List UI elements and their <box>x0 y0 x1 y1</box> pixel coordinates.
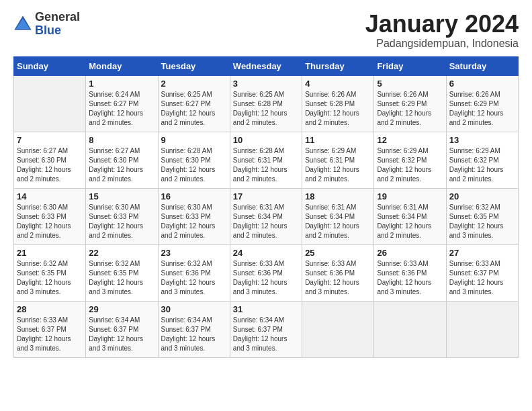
header: General Blue January 2024 Padangsidempua… <box>13 11 519 50</box>
calendar-cell <box>374 301 446 357</box>
day-number: 23 <box>161 248 227 258</box>
day-header-friday: Friday <box>374 56 446 75</box>
day-info: Sunrise: 6:27 AM Sunset: 6:30 PM Dayligh… <box>17 146 83 184</box>
calendar-cell: 5Sunrise: 6:26 AM Sunset: 6:29 PM Daylig… <box>374 75 446 132</box>
day-info: Sunrise: 6:33 AM Sunset: 6:36 PM Dayligh… <box>305 259 371 297</box>
day-info: Sunrise: 6:24 AM Sunset: 6:27 PM Dayligh… <box>89 90 154 128</box>
day-info: Sunrise: 6:33 AM Sunset: 6:36 PM Dayligh… <box>233 259 299 297</box>
day-info: Sunrise: 6:29 AM Sunset: 6:31 PM Dayligh… <box>305 146 371 184</box>
day-number: 27 <box>449 248 515 258</box>
calendar-cell: 8Sunrise: 6:27 AM Sunset: 6:30 PM Daylig… <box>86 132 158 188</box>
day-number: 12 <box>377 135 443 145</box>
calendar-cell: 4Sunrise: 6:26 AM Sunset: 6:28 PM Daylig… <box>302 75 374 132</box>
day-number: 17 <box>233 191 299 201</box>
day-info: Sunrise: 6:30 AM Sunset: 6:33 PM Dayligh… <box>17 203 83 240</box>
day-number: 26 <box>377 248 443 258</box>
calendar-cell: 28Sunrise: 6:33 AM Sunset: 6:37 PM Dayli… <box>14 301 86 357</box>
day-header-sunday: Sunday <box>14 56 86 75</box>
day-info: Sunrise: 6:31 AM Sunset: 6:34 PM Dayligh… <box>305 203 371 240</box>
calendar-cell: 9Sunrise: 6:28 AM Sunset: 6:30 PM Daylig… <box>158 132 230 188</box>
day-info: Sunrise: 6:32 AM Sunset: 6:35 PM Dayligh… <box>17 259 83 297</box>
logo-blue-text: Blue <box>35 24 80 38</box>
calendar-cell <box>446 301 518 357</box>
day-number: 24 <box>233 248 299 258</box>
day-header-saturday: Saturday <box>446 56 518 75</box>
calendar-cell: 11Sunrise: 6:29 AM Sunset: 6:31 PM Dayli… <box>302 132 374 188</box>
day-number: 15 <box>89 191 154 201</box>
day-info: Sunrise: 6:30 AM Sunset: 6:33 PM Dayligh… <box>161 203 227 240</box>
day-number: 22 <box>89 248 154 258</box>
day-info: Sunrise: 6:34 AM Sunset: 6:37 PM Dayligh… <box>161 316 227 353</box>
days-header-row: SundayMondayTuesdayWednesdayThursdayFrid… <box>14 56 519 75</box>
day-number: 1 <box>89 79 154 89</box>
calendar-cell: 13Sunrise: 6:29 AM Sunset: 6:32 PM Dayli… <box>446 132 518 188</box>
calendar-cell: 24Sunrise: 6:33 AM Sunset: 6:36 PM Dayli… <box>230 244 302 301</box>
subtitle: Padangsidempuan, Indonesia <box>365 38 519 50</box>
calendar-cell: 15Sunrise: 6:30 AM Sunset: 6:33 PM Dayli… <box>86 188 158 244</box>
day-number: 7 <box>17 135 83 145</box>
calendar-cell: 7Sunrise: 6:27 AM Sunset: 6:30 PM Daylig… <box>14 132 86 188</box>
day-info: Sunrise: 6:26 AM Sunset: 6:29 PM Dayligh… <box>377 90 443 128</box>
calendar-cell: 1Sunrise: 6:24 AM Sunset: 6:27 PM Daylig… <box>86 75 158 132</box>
calendar-cell: 10Sunrise: 6:28 AM Sunset: 6:31 PM Dayli… <box>230 132 302 188</box>
day-number: 30 <box>161 304 227 314</box>
day-header-thursday: Thursday <box>302 56 374 75</box>
day-number: 3 <box>233 79 299 89</box>
day-info: Sunrise: 6:33 AM Sunset: 6:37 PM Dayligh… <box>17 316 83 353</box>
calendar-cell: 14Sunrise: 6:30 AM Sunset: 6:33 PM Dayli… <box>14 188 86 244</box>
week-row-5: 28Sunrise: 6:33 AM Sunset: 6:37 PM Dayli… <box>14 301 519 357</box>
calendar-cell: 18Sunrise: 6:31 AM Sunset: 6:34 PM Dayli… <box>302 188 374 244</box>
day-info: Sunrise: 6:26 AM Sunset: 6:28 PM Dayligh… <box>305 90 371 128</box>
day-number: 31 <box>233 304 299 314</box>
calendar-cell: 20Sunrise: 6:32 AM Sunset: 6:35 PM Dayli… <box>446 188 518 244</box>
calendar-cell: 22Sunrise: 6:32 AM Sunset: 6:35 PM Dayli… <box>86 244 158 301</box>
day-number: 20 <box>449 191 515 201</box>
calendar-cell: 27Sunrise: 6:33 AM Sunset: 6:37 PM Dayli… <box>446 244 518 301</box>
week-row-2: 7Sunrise: 6:27 AM Sunset: 6:30 PM Daylig… <box>14 132 519 188</box>
day-number: 25 <box>305 248 371 258</box>
week-row-4: 21Sunrise: 6:32 AM Sunset: 6:35 PM Dayli… <box>14 244 519 301</box>
calendar-cell <box>14 75 86 132</box>
calendar-cell: 29Sunrise: 6:34 AM Sunset: 6:37 PM Dayli… <box>86 301 158 357</box>
logo-icon <box>13 15 32 34</box>
calendar-cell: 31Sunrise: 6:34 AM Sunset: 6:37 PM Dayli… <box>230 301 302 357</box>
day-info: Sunrise: 6:27 AM Sunset: 6:30 PM Dayligh… <box>89 146 154 184</box>
calendar-cell: 2Sunrise: 6:25 AM Sunset: 6:27 PM Daylig… <box>158 75 230 132</box>
calendar-cell: 6Sunrise: 6:26 AM Sunset: 6:29 PM Daylig… <box>446 75 518 132</box>
day-number: 5 <box>377 79 443 89</box>
day-header-monday: Monday <box>86 56 158 75</box>
day-number: 19 <box>377 191 443 201</box>
day-header-tuesday: Tuesday <box>158 56 230 75</box>
day-info: Sunrise: 6:31 AM Sunset: 6:34 PM Dayligh… <box>377 203 443 240</box>
day-number: 9 <box>161 135 227 145</box>
day-info: Sunrise: 6:25 AM Sunset: 6:28 PM Dayligh… <box>233 90 299 128</box>
day-number: 10 <box>233 135 299 145</box>
logo-general-text: General <box>35 11 80 24</box>
week-row-3: 14Sunrise: 6:30 AM Sunset: 6:33 PM Dayli… <box>14 188 519 244</box>
calendar-cell: 19Sunrise: 6:31 AM Sunset: 6:34 PM Dayli… <box>374 188 446 244</box>
day-info: Sunrise: 6:28 AM Sunset: 6:30 PM Dayligh… <box>161 146 227 184</box>
day-header-wednesday: Wednesday <box>230 56 302 75</box>
calendar-table: SundayMondayTuesdayWednesdayThursdayFrid… <box>13 56 519 358</box>
day-info: Sunrise: 6:29 AM Sunset: 6:32 PM Dayligh… <box>449 146 515 184</box>
day-number: 11 <box>305 135 371 145</box>
day-info: Sunrise: 6:26 AM Sunset: 6:29 PM Dayligh… <box>449 90 515 128</box>
svg-marker-1 <box>16 18 30 28</box>
day-number: 13 <box>449 135 515 145</box>
day-info: Sunrise: 6:25 AM Sunset: 6:27 PM Dayligh… <box>161 90 227 128</box>
day-info: Sunrise: 6:29 AM Sunset: 6:32 PM Dayligh… <box>377 146 443 184</box>
day-info: Sunrise: 6:28 AM Sunset: 6:31 PM Dayligh… <box>233 146 299 184</box>
day-number: 29 <box>89 304 154 314</box>
calendar-cell: 16Sunrise: 6:30 AM Sunset: 6:33 PM Dayli… <box>158 188 230 244</box>
day-info: Sunrise: 6:32 AM Sunset: 6:35 PM Dayligh… <box>89 259 154 297</box>
day-number: 6 <box>449 79 515 89</box>
day-info: Sunrise: 6:34 AM Sunset: 6:37 PM Dayligh… <box>233 316 299 353</box>
calendar-cell <box>302 301 374 357</box>
day-info: Sunrise: 6:30 AM Sunset: 6:33 PM Dayligh… <box>89 203 154 240</box>
calendar-cell: 23Sunrise: 6:32 AM Sunset: 6:36 PM Dayli… <box>158 244 230 301</box>
title-area: January 2024 Padangsidempuan, Indonesia <box>365 11 519 50</box>
day-number: 28 <box>17 304 83 314</box>
day-info: Sunrise: 6:34 AM Sunset: 6:37 PM Dayligh… <box>89 316 154 353</box>
calendar-cell: 12Sunrise: 6:29 AM Sunset: 6:32 PM Dayli… <box>374 132 446 188</box>
day-info: Sunrise: 6:31 AM Sunset: 6:34 PM Dayligh… <box>233 203 299 240</box>
